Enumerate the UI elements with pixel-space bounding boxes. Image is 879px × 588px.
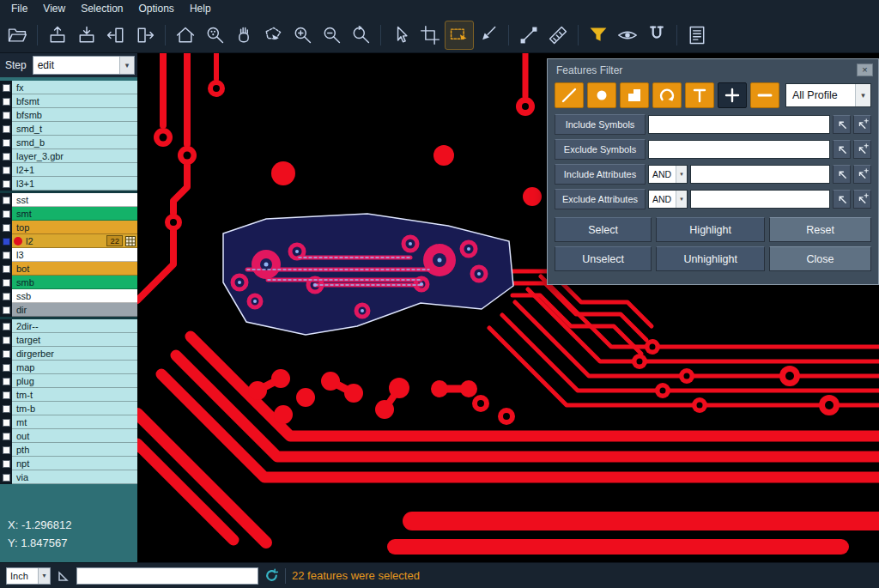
layer-visibility-checkbox[interactable]: [3, 405, 10, 413]
paint-brush-icon[interactable]: [475, 21, 502, 49]
report-list-icon[interactable]: [683, 21, 711, 49]
layer-name-cell[interactable]: sst: [12, 193, 137, 207]
unhighlight-button[interactable]: Unhighlight: [656, 246, 765, 271]
box-arrow-up-icon[interactable]: [44, 21, 71, 49]
layer-visibility-checkbox[interactable]: [3, 112, 10, 119]
units-dropdown[interactable]: Inch ▾: [6, 567, 51, 585]
pick-from-graphics-button[interactable]: [833, 165, 851, 184]
line-tool-icon[interactable]: [555, 82, 584, 108]
layer-name-cell[interactable]: pth: [12, 443, 137, 457]
include-symbols-button[interactable]: Include Symbols: [555, 114, 646, 135]
pick-from-graphics-button[interactable]: [833, 140, 851, 159]
pan-hand-icon[interactable]: [230, 21, 258, 49]
layer-visibility-checkbox[interactable]: [3, 98, 10, 106]
snap-magnet-icon[interactable]: [643, 21, 670, 49]
box-arrow-down-icon[interactable]: [73, 21, 100, 49]
layer-name-cell[interactable]: map: [12, 361, 137, 374]
layer-visibility-checkbox[interactable]: [3, 446, 10, 454]
layer-visibility-checkbox[interactable]: [3, 153, 10, 161]
pick-from-graphics-button[interactable]: [833, 190, 851, 209]
layer-visibility-checkbox[interactable]: [3, 238, 10, 246]
layer-row-smb[interactable]: smb: [0, 276, 137, 289]
crop-select-icon[interactable]: [416, 21, 444, 49]
command-input[interactable]: [76, 567, 258, 585]
layer-row-smd_b[interactable]: smd_b: [0, 136, 137, 149]
exclude-symbols-input[interactable]: [648, 140, 830, 159]
layer-name-cell[interactable]: smd_t: [12, 122, 137, 136]
layer-visibility-checkbox[interactable]: [3, 139, 10, 147]
layer-visibility-checkbox[interactable]: [3, 364, 10, 372]
exclude-attributes-button[interactable]: Exclude Attributes: [555, 189, 646, 209]
layer-row-mt[interactable]: mt: [0, 415, 137, 429]
layer-row-dirgerber[interactable]: dirgerber: [0, 347, 137, 361]
layer-name-cell[interactable]: l3+1: [12, 177, 137, 191]
ruler-icon[interactable]: [544, 21, 572, 49]
layer-visibility-checkbox[interactable]: [3, 167, 10, 174]
dialog-title-bar[interactable]: Features Filter ×: [548, 59, 878, 81]
reset-button[interactable]: Reset: [769, 217, 871, 242]
zoom-out-icon[interactable]: [318, 21, 345, 49]
refresh-icon[interactable]: [264, 568, 279, 583]
layer-name-cell[interactable]: mt: [12, 415, 137, 429]
angle-tool-icon[interactable]: [57, 569, 70, 583]
layer-visibility-checkbox[interactable]: [3, 306, 10, 314]
and-or-dropdown[interactable]: AND▾: [648, 165, 688, 184]
layer-visibility-checkbox[interactable]: [3, 460, 10, 468]
layer-name-cell[interactable]: plug: [12, 374, 137, 388]
pick-from-graphics-button[interactable]: [833, 115, 851, 134]
layer-name-cell[interactable]: l222: [12, 234, 137, 248]
measure-line-icon[interactable]: [515, 21, 543, 49]
layer-visibility-checkbox[interactable]: [3, 197, 10, 204]
layer-row-out[interactable]: out: [0, 429, 137, 443]
layer-visibility-checkbox[interactable]: [3, 474, 10, 482]
layer-name-cell[interactable]: smt: [12, 207, 137, 221]
pick-add-button[interactable]: [853, 190, 871, 209]
profile-dropdown[interactable]: All Profile▾: [785, 83, 871, 107]
and-or-dropdown[interactable]: AND▾: [648, 190, 688, 209]
layer-visibility-checkbox[interactable]: [3, 224, 10, 232]
layer-name-cell[interactable]: dirgerber: [12, 347, 137, 361]
step-dropdown[interactable]: edit ▾: [33, 56, 135, 75]
layer-name-cell[interactable]: via: [12, 470, 137, 484]
pick-add-button[interactable]: [853, 140, 871, 159]
menu-view[interactable]: View: [35, 1, 73, 16]
menu-selection[interactable]: Selection: [73, 1, 130, 16]
layer-name-cell[interactable]: bot: [12, 262, 137, 276]
folder-open-icon[interactable]: [3, 21, 31, 49]
layer-row-bot[interactable]: bot: [0, 262, 137, 276]
menu-options[interactable]: Options: [131, 1, 182, 16]
zoom-reset-icon[interactable]: [347, 21, 374, 49]
text-tool-icon[interactable]: [685, 82, 714, 108]
layer-row-bfsmt[interactable]: bfsmt: [0, 94, 137, 108]
layer-visibility-checkbox[interactable]: [3, 210, 10, 218]
layer-row-dir[interactable]: dir: [0, 303, 137, 317]
include-attributes-input[interactable]: [690, 165, 830, 184]
exclude-symbols-button[interactable]: Exclude Symbols: [555, 139, 646, 160]
close-icon[interactable]: ×: [857, 64, 873, 76]
layer-row-tm-t[interactable]: tm-t: [0, 388, 137, 402]
home-icon[interactable]: [172, 21, 199, 49]
layer-row-tm-b[interactable]: tm-b: [0, 402, 137, 415]
pad-tool-icon[interactable]: [587, 82, 616, 108]
layer-name-cell[interactable]: l2+1: [12, 163, 137, 177]
layer-row-pth[interactable]: pth: [0, 443, 137, 457]
layer-row-l2[interactable]: l222: [0, 234, 137, 248]
layer-row-sst[interactable]: sst: [0, 193, 137, 207]
box-arrow-right-icon[interactable]: [131, 21, 159, 49]
layer-visibility-checkbox[interactable]: [3, 391, 10, 399]
layer-name-cell[interactable]: out: [12, 429, 137, 443]
select-button[interactable]: Select: [555, 217, 652, 242]
layer-visibility-checkbox[interactable]: [3, 180, 10, 188]
layer-row-plug[interactable]: plug: [0, 374, 137, 388]
exclude-attributes-input[interactable]: [690, 190, 830, 209]
lasso-select-icon[interactable]: [259, 21, 287, 49]
layer-name-cell[interactable]: 2dir--: [12, 319, 137, 333]
remove-icon[interactable]: [750, 82, 779, 108]
arc-tool-icon[interactable]: [652, 82, 682, 108]
layer-name-cell[interactable]: tm-b: [12, 402, 137, 415]
layer-row-l3[interactable]: l3: [0, 248, 137, 262]
layer-row-smt[interactable]: smt: [0, 207, 137, 221]
add-icon[interactable]: [718, 82, 747, 108]
menu-file[interactable]: File: [3, 1, 35, 16]
layer-name-cell[interactable]: tm-t: [12, 388, 137, 402]
